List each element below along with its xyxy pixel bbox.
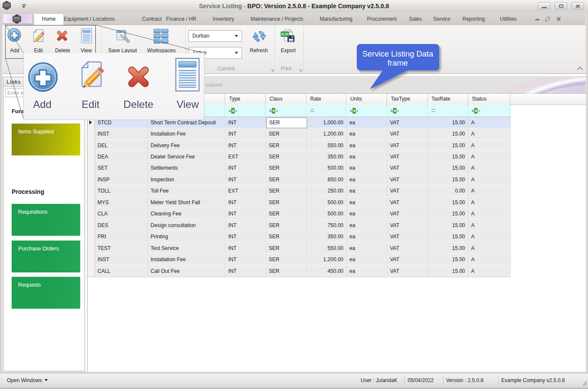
svg-text:Service Listing Data: Service Listing Data xyxy=(362,49,434,58)
svg-text:frame: frame xyxy=(387,58,408,67)
